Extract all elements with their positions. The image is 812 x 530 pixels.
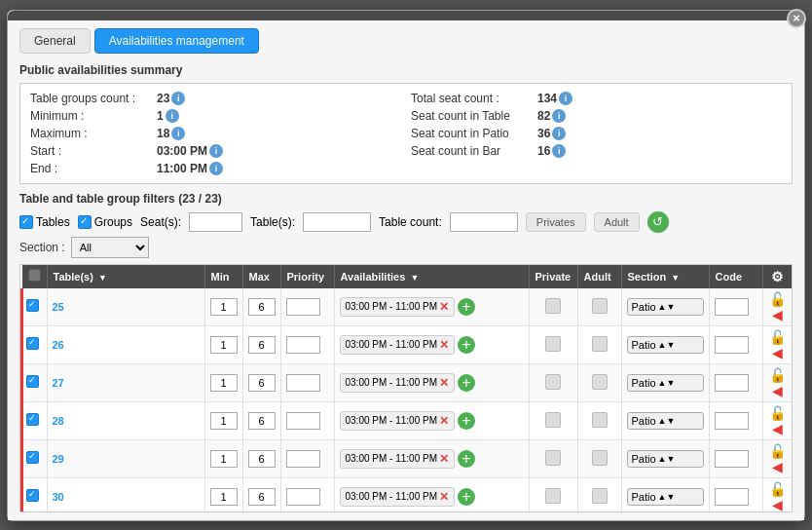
add-avail-button-28[interactable]: + [458,412,475,430]
code-input-27[interactable] [715,374,749,392]
adult-checkbox-29[interactable] [592,450,608,466]
refresh-button[interactable]: ↺ [647,211,669,233]
min-input-27[interactable] [210,374,238,392]
th-tables[interactable]: Table(s) ▼ [47,265,204,288]
adult-checkbox-26[interactable] [592,336,608,352]
lock-icon-29[interactable]: 🔓 [769,443,786,459]
section-dropdown-29[interactable]: Patio ▲▼ [627,450,704,468]
info-icon-3[interactable]: i [209,144,223,158]
add-avail-button-26[interactable]: + [458,336,475,354]
section-dropdown-26[interactable]: Patio ▲▼ [627,336,704,354]
lock-icon-26[interactable]: 🔓 [769,329,786,345]
min-input-28[interactable] [210,412,238,430]
min-input-30[interactable] [210,488,238,506]
lock-icon-25[interactable]: 🔓 [769,291,786,307]
priority-input-27[interactable] [286,374,320,392]
section-select[interactable]: All [71,237,149,258]
lock-icon-28[interactable]: 🔓 [769,405,786,421]
avail-close-icon-27[interactable]: ✕ [439,376,449,390]
adult-checkbox-27[interactable] [592,374,608,390]
code-input-29[interactable] [715,450,749,468]
tab-general[interactable]: General [19,28,91,54]
avail-close-icon-26[interactable]: ✕ [439,338,449,352]
info-icon-r1[interactable]: i [552,109,566,123]
info-icon-2[interactable]: i [171,127,185,140]
move-icon-26[interactable]: ◀ [772,345,783,360]
max-input-30[interactable] [248,488,276,506]
th-availabilities[interactable]: Availabilities ▼ [334,265,529,288]
add-avail-button-30[interactable]: + [458,488,475,506]
seats-input[interactable] [189,212,242,232]
min-input-29[interactable] [210,450,238,468]
move-icon-28[interactable]: ◀ [772,421,783,436]
tables-filter-input[interactable] [303,212,371,232]
avail-close-icon-30[interactable]: ✕ [439,490,449,504]
row-checkbox-30[interactable] [26,489,39,502]
private-checkbox-25[interactable] [545,298,561,314]
gear-settings-icon[interactable]: ⚙ [771,269,784,284]
info-icon-1[interactable]: i [166,109,179,123]
tables-checkbox[interactable] [19,215,33,229]
section-dropdown-25[interactable]: Patio ▲▼ [627,298,704,316]
adult-checkbox-25[interactable] [592,298,608,314]
section-dropdown-30[interactable]: Patio ▲▼ [627,488,704,506]
info-icon-4[interactable]: i [209,162,223,175]
row-checkbox-25[interactable] [26,299,39,312]
private-checkbox-26[interactable] [545,336,561,352]
row-checkbox-28[interactable] [26,413,39,426]
avail-close-icon-28[interactable]: ✕ [439,414,449,428]
section-dropdown-27[interactable]: Patio ▲▼ [627,374,704,392]
private-checkbox-29[interactable] [545,450,561,466]
code-input-28[interactable] [715,412,749,430]
lock-icon-27[interactable]: 🔓 [769,367,786,383]
groups-checkbox[interactable] [78,215,92,229]
priority-input-25[interactable] [286,298,320,316]
tab-availabilities[interactable]: Availabilities management [94,28,259,54]
priority-input-29[interactable] [286,450,320,468]
move-icon-30[interactable]: ◀ [772,497,783,512]
private-checkbox-30[interactable] [545,488,561,504]
max-input-25[interactable] [248,298,276,316]
info-icon-r2[interactable]: i [552,127,566,140]
code-input-26[interactable] [715,336,749,354]
adult-checkbox-28[interactable] [592,412,608,428]
tables-filter[interactable]: Tables [19,215,70,229]
min-input-26[interactable] [210,336,238,354]
info-icon-r3[interactable]: i [552,144,566,158]
avail-close-icon-25[interactable]: ✕ [439,300,449,314]
priority-input-26[interactable] [286,336,320,354]
max-input-29[interactable] [248,450,276,468]
adult-toggle[interactable]: Adult [594,212,640,232]
adult-checkbox-30[interactable] [592,488,608,504]
table-count-input[interactable] [450,212,518,232]
info-icon-r0[interactable]: i [559,92,572,105]
avail-close-icon-29[interactable]: ✕ [439,452,449,466]
move-icon-25[interactable]: ◀ [772,307,783,322]
close-button[interactable]: × [787,9,806,28]
private-checkbox-28[interactable] [545,412,561,428]
min-input-25[interactable] [210,298,238,316]
max-input-28[interactable] [248,412,276,430]
max-input-26[interactable] [248,336,276,354]
move-icon-29[interactable]: ◀ [772,459,783,474]
add-avail-button-27[interactable]: + [458,374,475,392]
max-input-27[interactable] [248,374,276,392]
row-checkbox-26[interactable] [26,337,39,350]
section-dropdown-28[interactable]: Patio ▲▼ [627,412,704,430]
priority-input-30[interactable] [286,488,320,506]
select-all-checkbox[interactable] [28,269,41,282]
code-input-30[interactable] [715,488,749,506]
priority-input-28[interactable] [286,412,320,430]
private-checkbox-27[interactable] [545,374,561,390]
groups-filter[interactable]: Groups [78,215,132,229]
lock-icon-30[interactable]: 🔓 [769,481,786,497]
move-icon-27[interactable]: ◀ [772,383,783,398]
row-checkbox-27[interactable] [26,375,39,388]
row-checkbox-29[interactable] [26,451,39,464]
add-avail-button-29[interactable]: + [458,450,475,468]
th-gear[interactable]: ⚙ [762,265,792,288]
info-icon-0[interactable]: i [171,92,185,105]
privates-toggle[interactable]: Privates [526,212,586,232]
code-input-25[interactable] [715,298,749,316]
th-section[interactable]: Section ▼ [621,265,709,288]
